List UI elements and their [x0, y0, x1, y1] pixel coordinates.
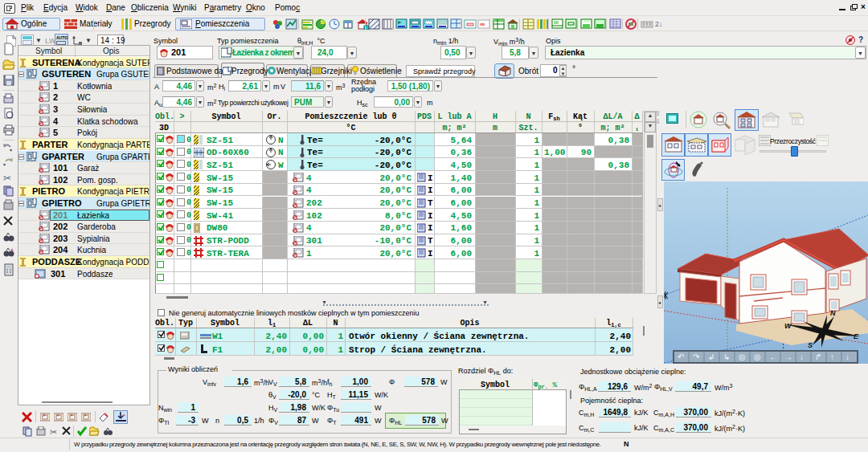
- svg-text:+: +: [84, 413, 87, 418]
- svg-text:◎: ◎: [754, 352, 761, 361]
- svg-text:↷: ↷: [693, 352, 700, 361]
- svg-text:↓: ↓: [800, 352, 804, 361]
- svg-text:+: +: [56, 413, 59, 418]
- svg-text:2↓: 2↓: [655, 20, 663, 28]
- svg-text:+: +: [70, 413, 73, 418]
- svg-text:◎: ◎: [739, 352, 746, 361]
- svg-text:↲: ↲: [708, 352, 714, 361]
- svg-text:↳: ↳: [723, 352, 730, 361]
- svg-text:↱: ↱: [815, 352, 821, 361]
- svg-text:✂: ✂: [50, 427, 57, 437]
- svg-text:↑: ↑: [830, 352, 834, 361]
- svg-text:+: +: [43, 413, 46, 418]
- svg-text:▾: ▾: [3, 162, 6, 167]
- svg-text:+: +: [10, 247, 14, 253]
- svg-text:N: N: [830, 309, 836, 317]
- svg-text:∞: ∞: [480, 20, 485, 28]
- svg-text:←: ←: [769, 352, 777, 361]
- svg-text:E: E: [854, 332, 859, 340]
- svg-text:→: →: [784, 352, 792, 361]
- svg-text:↶: ↶: [678, 352, 684, 361]
- svg-text:↓: ↓: [845, 352, 850, 361]
- svg-text:S: S: [808, 341, 813, 349]
- svg-text:+: +: [122, 413, 125, 418]
- svg-text:✂: ✂: [3, 173, 11, 184]
- svg-text:▾: ▾: [10, 148, 12, 153]
